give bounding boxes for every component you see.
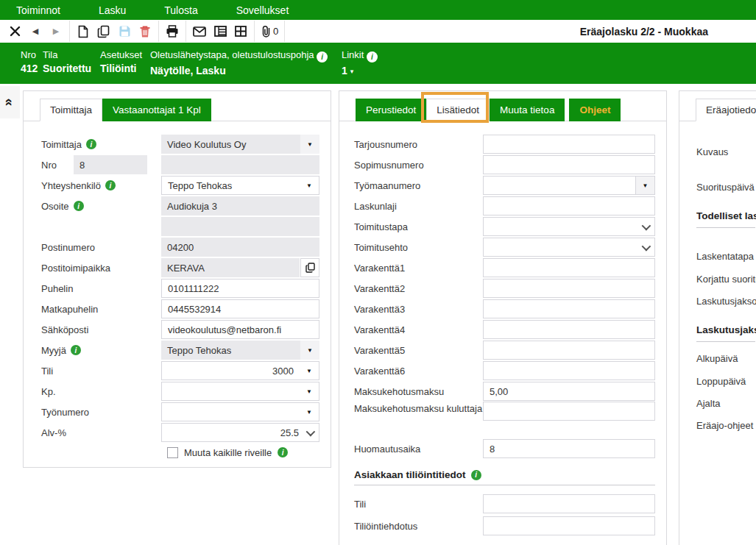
menu-tulosta[interactable]: Tulosta [164,4,197,16]
attachments-button[interactable]: 0 [258,21,281,42]
menu-toiminnot[interactable]: Toiminnot [16,4,60,16]
field-row-varakentta1: Varakenttä1 [354,257,655,278]
field-row-tili: Tili 3000 ▼ [41,360,319,381]
checkbox-label: Muuta kaikille riveille [184,447,272,458]
osoite-label: Osoite [41,201,69,212]
sahkoposti-input[interactable] [161,320,319,339]
delete-button[interactable] [135,21,155,42]
alv-select[interactable]: 25.5 [161,423,319,442]
sopimusnumero-input[interactable] [483,155,655,174]
maksukehotusmaksu-input[interactable] [483,382,655,401]
laskutusjaksop-label: Laskutusjaksop [696,296,756,307]
tab-eraajotiedot[interactable]: Eräajotiedot [696,99,756,121]
varakentta2-input[interactable] [483,279,655,298]
tab-toimittaja[interactable]: Toimittaja [40,99,102,121]
matkapuhelin-input[interactable] [161,299,319,318]
field-row-laskunlaji: Laskunlaji [354,196,655,216]
field-row-sopimusnumero: Sopimusnumero [354,154,655,175]
tab-muuta-tietoa[interactable]: Muuta tietoa [490,99,565,121]
field-row-postinumero: Postinumero 04200 [41,237,319,257]
tyomaanumero-label: Työmaanumero [354,180,420,191]
puhelin-input[interactable] [161,279,319,298]
new-document-button[interactable] [73,21,93,42]
table-view-button[interactable] [210,21,230,42]
nro-label: Nro [21,49,43,60]
email-button[interactable] [189,21,210,42]
varakentta2-label: Varakenttä2 [354,283,405,294]
varakentta6-input[interactable] [483,361,655,380]
tili-dropdown[interactable]: 3000 ▼ [161,361,319,380]
field-row-yhteyshenkilo: Yhteyshenkilö i Teppo Tehokas ▼ [41,175,319,196]
varakentta5-input[interactable] [483,341,655,360]
field-row-varakentta3: Varakenttä3 [354,299,655,319]
save-button[interactable] [114,21,135,42]
muuta-kaikille-checkbox[interactable] [167,447,178,458]
info-icon[interactable]: i [74,201,84,211]
supplier-tabs: Toimittaja Vastaanottajat 1 Kpl [24,91,331,121]
prev-record-button[interactable]: ◀ [25,21,46,42]
menu-lasku[interactable]: Lasku [99,4,126,16]
copy-document-button[interactable] [93,21,114,42]
field-row-alv: Alv-% 25.5 [41,422,319,443]
chevron-down-icon: ▼ [300,403,319,421]
toimitustapa-select[interactable] [483,217,655,236]
field-row-myyja: Myyjä i Teppo Tehokas ▼ [41,340,319,360]
chevron-down-icon [642,241,651,251]
print-button[interactable] [162,21,183,42]
yhteyshenkilo-dropdown[interactable]: Teppo Tehokas ▼ [161,176,319,195]
info-icon[interactable]: i [317,51,328,63]
varakentta3-input[interactable] [483,299,655,318]
myyja-dropdown[interactable]: Teppo Tehokas ▼ [161,341,319,360]
tiliointiehdotus-input[interactable] [483,516,655,535]
tila-value: Suoritettu [43,63,100,74]
section-divider [354,485,655,485]
nro-field: 8 [74,155,147,174]
menu-bar: Toiminnot Lasku Tulosta Sovellukset [0,0,756,20]
huomautusaika-input[interactable] [483,439,655,458]
info-icon[interactable]: i [471,470,481,480]
puhelin-label: Puhelin [41,283,73,294]
info-icon[interactable]: i [86,139,96,149]
grid-view-button[interactable] [230,21,251,42]
tab-lisatiedot[interactable]: Lisätiedot [426,99,490,121]
tarjousnumero-input[interactable] [483,135,655,154]
tab-vastaanottajat[interactable]: Vastaanottajat 1 Kpl [102,99,211,121]
next-record-button[interactable]: ▶ [46,21,66,42]
info-icon[interactable]: i [105,180,116,190]
tab-ohjeet[interactable]: Ohjeet [569,99,621,121]
tyomaanumero-dropdown[interactable]: ▼ [483,176,655,195]
field-row-tyomaanumero: Työmaanumero ▼ [354,175,655,196]
nro-value: 412 [21,63,43,74]
asetukset-value: Tiliöinti [100,63,150,74]
collapse-header-button[interactable]: « [0,86,20,118]
sahkoposti-label: Sähköposti [41,324,88,335]
field-row-toimitusehto: Toimitusehto [354,237,655,257]
info-icon[interactable]: i [278,447,288,457]
close-button[interactable] [4,21,25,42]
field-row-varakentta4: Varakenttä4 [354,319,655,340]
linkit-dropdown[interactable]: 1 ▾ [342,65,378,76]
toolbar-separator [186,21,186,42]
asiakas-tili-input[interactable] [483,494,655,513]
info-icon[interactable]: i [367,51,378,63]
varakentta4-input[interactable] [483,320,655,339]
kp-dropdown[interactable]: ▼ [161,382,319,401]
tyonumero-dropdown[interactable]: ▼ [161,402,319,421]
toimitustapa-label: Toimitustapa [354,221,408,232]
maksukehotusmaksu-label: Maksukehotusmaksu [354,386,444,397]
batch-info-panel: Eräajotiedot Kuvaus Suorituspäivä Todell… [679,90,756,545]
paperclip-icon [261,25,272,38]
varakentta1-input[interactable] [483,258,655,277]
info-icon[interactable]: i [71,345,81,355]
menu-sovellukset[interactable]: Sovellukset [236,4,289,16]
field-row-postitoimipaikka: Postitoimipaikka KERAVA [41,257,319,278]
laskentatapa-label: Laskentatapa [696,251,754,262]
toimitusehto-select[interactable] [483,238,655,257]
laskunlaji-input[interactable] [483,196,655,215]
copy-address-button[interactable] [300,258,319,277]
chevron-down-icon: ▾ [350,68,354,75]
tab-perustiedot[interactable]: Perustiedot [356,99,426,121]
maksukehotusmaksu-kuluttaja-input[interactable] [483,402,655,421]
toimittaja-dropdown[interactable]: Video Koulutus Oy ▼ [161,135,319,154]
invoice-details-panel: Perustiedot Lisätiedot Muuta tietoa Ohje… [339,90,667,545]
